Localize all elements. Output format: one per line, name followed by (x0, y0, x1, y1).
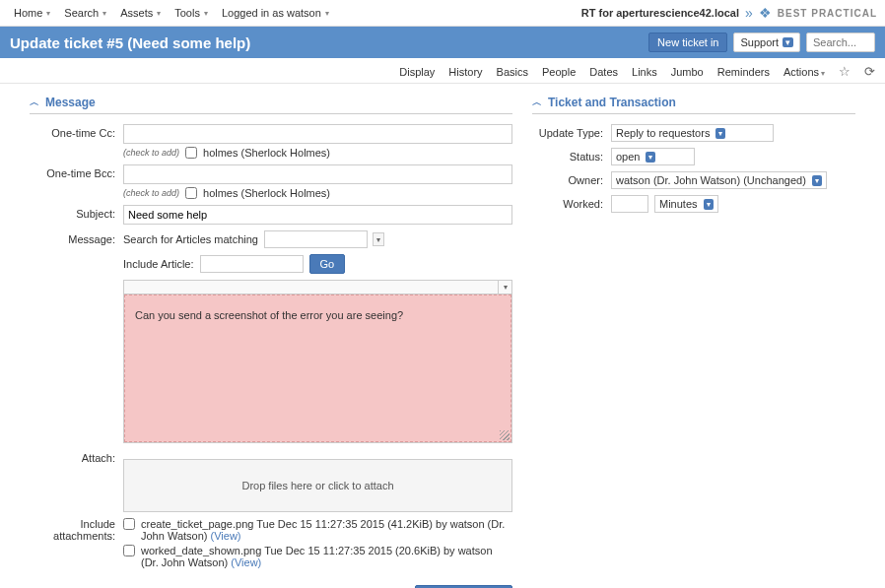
article-dropdown-icon[interactable]: ▾ (373, 232, 384, 246)
site-name: RT for aperturescience42.local (581, 7, 739, 19)
include-attach-label: Include attachments: (30, 518, 123, 542)
nav-tools[interactable]: Tools▾ (169, 4, 214, 22)
collapse-toggle-icon[interactable]: ︿ (532, 96, 542, 109)
transaction-section-header: ︿ Ticket and Transaction (532, 96, 855, 114)
tab-basics[interactable]: Basics (497, 66, 528, 78)
bcc-hint: (check to add) (123, 188, 179, 198)
cc-add-checkbox[interactable] (185, 147, 197, 159)
nav-assets[interactable]: Assets▾ (114, 4, 167, 22)
select-arrow-icon: ▾ (715, 128, 725, 139)
update-type-select[interactable]: Reply to requestors▾ (611, 124, 774, 142)
nav-search[interactable]: Search▾ (58, 4, 112, 22)
bcc-add-checkbox[interactable] (185, 187, 197, 199)
caret-down-icon: ▾ (821, 69, 825, 78)
bcc-input[interactable] (123, 164, 512, 184)
worked-label: Worked: (532, 195, 611, 210)
tab-display[interactable]: Display (399, 66, 435, 78)
search-input[interactable] (806, 33, 875, 52)
tab-actions[interactable]: Actions▾ (783, 66, 825, 78)
caret-down-icon: ▾ (157, 9, 161, 18)
worked-input[interactable] (611, 195, 648, 213)
cc-input[interactable] (123, 124, 512, 144)
tab-reminders[interactable]: Reminders (717, 66, 770, 78)
go-button[interactable]: Go (309, 254, 346, 274)
message-textarea[interactable]: Can you send a screenshot of the error y… (124, 294, 511, 442)
status-label: Status: (532, 148, 611, 163)
editor-toggle-icon[interactable]: ▾ (498, 281, 511, 294)
queue-select[interactable]: Support▾ (733, 33, 800, 52)
refresh-icon[interactable]: ⟳ (864, 64, 875, 79)
worked-unit-select[interactable]: Minutes▾ (654, 195, 718, 213)
header-bar: Update ticket #5 (Need some help) New ti… (0, 27, 885, 58)
attachment-view-link[interactable]: (View) (211, 530, 241, 542)
tab-dates[interactable]: Dates (589, 66, 618, 78)
select-arrow-icon: ▾ (646, 152, 655, 163)
bookmark-star-icon[interactable]: ☆ (839, 64, 851, 79)
include-article-label: Include Article: (123, 258, 194, 270)
tab-links[interactable]: Links (632, 66, 657, 78)
attachment-item: worked_date_shown.png Tue Dec 15 11:27:3… (141, 545, 512, 568)
attachment-checkbox[interactable] (123, 518, 135, 530)
nav-logged-in[interactable]: Logged in as watson▾ (216, 4, 335, 22)
bcc-option-label: holmes (Sherlock Holmes) (203, 187, 330, 199)
subject-label: Subject: (30, 205, 123, 220)
top-nav: Home▾ Search▾ Assets▾ Tools▾ Logged in a… (0, 0, 885, 27)
cc-label: One-time Cc: (30, 124, 123, 139)
update-type-label: Update Type: (532, 124, 611, 139)
select-arrow-icon: ▾ (812, 175, 822, 186)
logo-chevron-icon: » (745, 5, 753, 21)
message-label: Message: (30, 230, 123, 245)
include-article-input[interactable] (200, 255, 304, 273)
ticket-tabs: Display History Basics People Dates Link… (0, 58, 885, 84)
attachment-dropzone[interactable]: Drop files here or click to attach (123, 459, 512, 512)
select-arrow-icon: ▾ (704, 199, 714, 210)
cc-hint: (check to add) (123, 148, 179, 158)
search-articles-label: Search for Articles matching (123, 233, 258, 245)
caret-down-icon: ▾ (325, 9, 329, 18)
message-editor: ▾ Can you send a screenshot of the error… (123, 280, 512, 443)
search-articles-input[interactable] (264, 230, 368, 248)
page-title: Update ticket #5 (Need some help) (10, 34, 250, 51)
nav-home[interactable]: Home▾ (8, 4, 56, 22)
collapse-toggle-icon[interactable]: ︿ (30, 96, 39, 109)
brand-logo: BEST PRACTICAL (778, 8, 877, 19)
resize-handle-icon[interactable] (500, 430, 510, 440)
new-ticket-button[interactable]: New ticket in (648, 33, 727, 52)
bcc-label: One-time Bcc: (30, 164, 123, 179)
caret-down-icon: ▾ (204, 9, 208, 18)
message-section-header: ︿ Message (30, 96, 512, 114)
owner-select[interactable]: watson (Dr. John Watson) (Unchanged)▾ (611, 171, 827, 189)
attachment-checkbox[interactable] (123, 545, 135, 556)
cc-option-label: holmes (Sherlock Holmes) (203, 147, 330, 159)
owner-label: Owner: (532, 171, 611, 186)
tab-jumbo[interactable]: Jumbo (671, 66, 704, 78)
caret-down-icon: ▾ (102, 9, 106, 18)
logo-diamond-icon: ❖ (759, 5, 772, 21)
attachment-view-link[interactable]: (View) (231, 556, 261, 568)
tab-people[interactable]: People (542, 66, 576, 78)
attach-label: Attach: (30, 449, 123, 464)
tab-history[interactable]: History (448, 66, 482, 78)
caret-down-icon: ▾ (46, 9, 50, 18)
select-arrow-icon: ▾ (783, 37, 793, 47)
status-select[interactable]: open▾ (611, 148, 695, 165)
subject-input[interactable] (123, 205, 512, 225)
attachment-item: create_ticket_page.png Tue Dec 15 11:27:… (141, 518, 512, 542)
